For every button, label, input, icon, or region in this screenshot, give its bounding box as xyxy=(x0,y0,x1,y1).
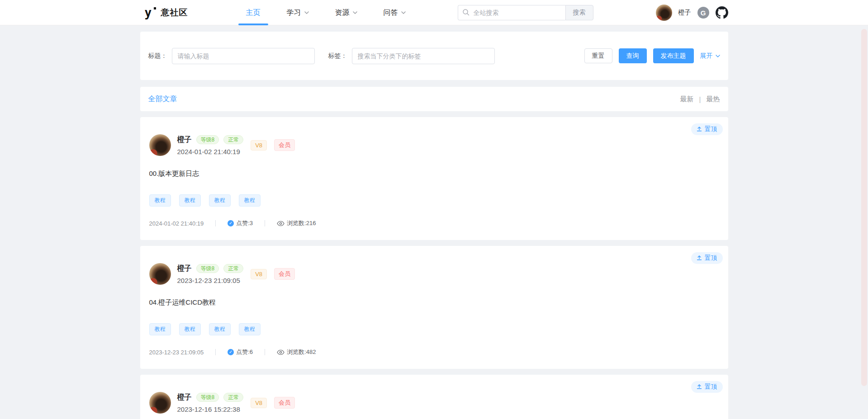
pin-icon xyxy=(697,383,702,391)
vip-badge: V8 xyxy=(251,140,267,151)
brand-logo[interactable]: y 意社区 xyxy=(140,7,188,19)
post-tag[interactable]: 教程 xyxy=(239,323,261,335)
tab-all-articles[interactable]: 全部文章 xyxy=(148,94,177,104)
publish-topic-button[interactable]: 发布主题 xyxy=(653,48,694,63)
post-card: 置顶 橙子 等级8 正常 2024-01-02 21:40:19 V8 会员 0… xyxy=(140,117,728,240)
list-header: 全部文章 最新 | 最热 xyxy=(140,87,728,111)
query-button[interactable]: 查询 xyxy=(619,48,647,63)
filter-bar: 标题： 标签： 重置 查询 发布主题 展开 xyxy=(140,32,728,80)
user-avatar[interactable] xyxy=(656,5,672,21)
pin-button[interactable]: 置顶 xyxy=(691,123,723,135)
user-name[interactable]: 橙子 xyxy=(678,9,691,17)
sort-newest[interactable]: 最新 xyxy=(680,95,694,104)
likes-stat: ✓ 点赞:3 xyxy=(228,219,253,227)
status-badge: 正常 xyxy=(223,393,243,402)
search-button[interactable]: 搜索 xyxy=(565,5,593,20)
post-tag[interactable]: 教程 xyxy=(179,323,201,335)
nav-item-home[interactable]: 主页 xyxy=(246,0,261,25)
level-badge: 等级8 xyxy=(196,135,219,144)
likes-stat: ✓ 点赞:6 xyxy=(228,348,253,356)
vip-badge: V8 xyxy=(251,398,267,408)
post-card: 置顶 橙子 等级8 正常 2023-12-16 15:22:38 V8 会员 xyxy=(140,375,728,419)
post-time: 2023-12-16 15:22:38 xyxy=(177,405,244,413)
title-field-label: 标题： xyxy=(148,52,167,60)
post-time: 2023-12-23 21:09:05 xyxy=(177,277,244,284)
chevron-down-icon xyxy=(353,11,357,14)
post-tag[interactable]: 教程 xyxy=(209,323,231,335)
status-badge: 正常 xyxy=(223,135,243,144)
main-nav: 主页 学习 资源 问答 xyxy=(246,0,406,25)
status-badge: 正常 xyxy=(223,264,243,273)
member-badge: 会员 xyxy=(274,397,295,409)
chevron-down-icon xyxy=(716,55,720,57)
member-badge: 会员 xyxy=(274,139,295,151)
post-card: 置顶 橙子 等级8 正常 2023-12-23 21:09:05 V8 会员 0… xyxy=(140,246,728,369)
tag-field-label: 标签： xyxy=(328,52,347,60)
gitee-icon[interactable]: G xyxy=(697,7,709,19)
sort-hottest[interactable]: 最热 xyxy=(707,95,720,104)
post-title[interactable]: 04.橙子运维CICD教程 xyxy=(149,298,719,307)
title-input[interactable] xyxy=(172,48,315,64)
views-stat: 浏览数:482 xyxy=(277,348,316,356)
post-tag[interactable]: 教程 xyxy=(149,194,171,207)
reset-button[interactable]: 重置 xyxy=(584,48,612,63)
global-search: 搜索 xyxy=(458,5,593,20)
post-title[interactable]: 00.版本更新日志 xyxy=(149,169,719,178)
author-name[interactable]: 橙子 xyxy=(177,393,192,402)
chevron-down-icon xyxy=(401,11,406,14)
like-icon: ✓ xyxy=(228,220,234,226)
nav-item-resource[interactable]: 资源 xyxy=(335,0,357,25)
pin-button[interactable]: 置顶 xyxy=(691,252,723,264)
post-tag[interactable]: 教程 xyxy=(149,323,171,335)
like-icon: ✓ xyxy=(228,349,234,355)
expand-toggle[interactable]: 展开 xyxy=(700,52,720,60)
search-icon xyxy=(462,9,470,16)
sort-divider: | xyxy=(699,95,701,103)
post-tag[interactable]: 教程 xyxy=(209,194,231,207)
vip-badge: V8 xyxy=(251,269,267,279)
author-avatar[interactable] xyxy=(149,263,171,285)
chevron-down-icon xyxy=(304,11,309,14)
nav-item-study[interactable]: 学习 xyxy=(287,0,309,25)
post-footer-time: 2023-12-23 21:09:05 xyxy=(149,349,204,356)
level-badge: 等级8 xyxy=(196,393,219,402)
level-badge: 等级8 xyxy=(196,264,219,273)
author-avatar[interactable] xyxy=(149,134,171,156)
github-icon[interactable] xyxy=(716,6,728,19)
member-badge: 会员 xyxy=(274,268,295,280)
tag-input[interactable] xyxy=(352,48,495,64)
post-tag[interactable]: 教程 xyxy=(239,194,261,207)
post-time: 2024-01-02 21:40:19 xyxy=(177,148,244,155)
brand-title: 意社区 xyxy=(161,7,188,19)
nav-item-qa[interactable]: 问答 xyxy=(384,0,406,25)
scrollbar-thumb[interactable] xyxy=(861,29,867,386)
top-navbar: y 意社区 主页 学习 资源 问答 搜索 xyxy=(0,0,868,25)
brand-icon: y xyxy=(145,7,157,19)
user-area: 橙子 G xyxy=(656,5,728,21)
views-stat: 浏览数:216 xyxy=(277,219,316,227)
eye-icon xyxy=(277,349,285,355)
author-avatar[interactable] xyxy=(149,392,171,414)
author-name[interactable]: 橙子 xyxy=(177,135,192,145)
post-footer-time: 2024-01-02 21:40:19 xyxy=(149,220,204,227)
eye-icon xyxy=(277,221,285,226)
author-name[interactable]: 橙子 xyxy=(177,264,192,273)
pin-button[interactable]: 置顶 xyxy=(691,381,723,393)
search-input[interactable] xyxy=(458,5,565,20)
post-tag[interactable]: 教程 xyxy=(179,194,201,207)
pin-icon xyxy=(697,126,702,133)
pin-icon xyxy=(697,254,702,262)
